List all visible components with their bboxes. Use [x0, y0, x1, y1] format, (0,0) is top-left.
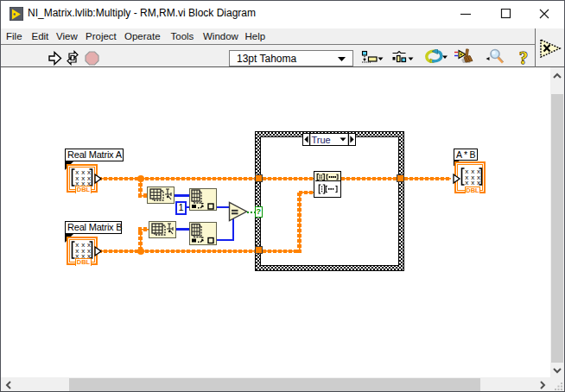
svg-text:xxx: xxx	[465, 180, 483, 187]
svg-text:?: ?	[519, 49, 528, 67]
